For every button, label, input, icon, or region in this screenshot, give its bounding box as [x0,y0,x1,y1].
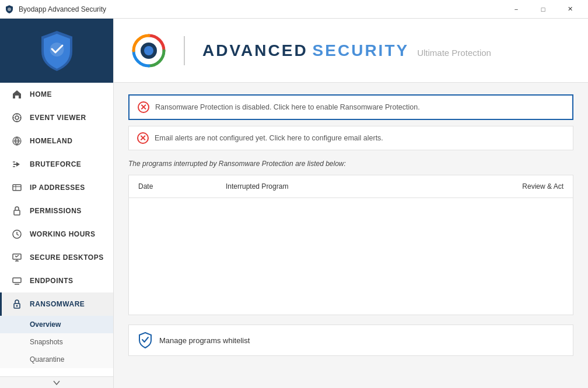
subnav-item-quarantine[interactable]: Quarantine [0,351,113,368]
sidebar-item-permissions-label: PERMISSIONS [30,207,82,215]
window-title: Byodapp Advanced Security [19,5,106,13]
subnav-overview-label: Overview [30,320,61,329]
sidebar-item-event-viewer-label: EVENT VIEWER [30,114,86,122]
close-button[interactable]: ✕ [556,0,583,19]
home-icon [11,89,23,100]
table-header: Date Interrupted Program Review & Act [129,175,573,198]
main-content: ADVANCED SECURITY Ultimate Protection ✕ … [114,19,588,388]
sidebar-item-ransomware-label: RANSOMWARE [30,300,85,308]
sidebar-item-bruteforce-label: BRUTEFORCE [30,160,81,168]
subnav-snapshots-label: Snapshots [30,338,63,346]
subnav: Overview Snapshots Quarantine [0,316,113,368]
col-action: Review & Act [497,180,573,193]
logo-subtitle: Ultimate Protection [417,48,491,58]
sidebar-item-event-viewer[interactable]: EVENT VIEWER [0,106,113,129]
titlebar: Byodapp Advanced Security − □ ✕ [0,0,588,19]
svg-point-2 [13,114,21,122]
sidebar-scroll-down[interactable] [0,376,113,388]
app-body: HOME EVENT VIEWER [0,19,588,388]
ransomware-icon [11,298,23,310]
bruteforce-icon [11,158,23,170]
working-hours-icon [11,228,23,240]
product-logo [131,33,166,68]
sidebar-item-working-hours[interactable]: WORKING HOURS [0,223,113,246]
sidebar-logo [38,29,76,73]
ransomware-alert-icon: ✕ [138,101,149,113]
logo-advanced: ADVANCED [202,41,308,60]
sidebar-item-endpoints[interactable]: ENDPOINTS [0,269,113,292]
ransomware-alert-text: Ransomware Protection is disabled. Click… [155,103,420,111]
sidebar-item-home-label: HOME [30,90,52,98]
whitelist-shield-icon [138,332,152,348]
email-alert-banner[interactable]: ✕ Email alerts are not configured yet. C… [128,126,573,150]
sidebar-item-ip-addresses-label: IP ADDRESSES [30,184,85,192]
minimize-button[interactable]: − [503,0,530,19]
sidebar-item-ransomware[interactable]: RANSOMWARE [0,292,113,316]
subnav-item-overview[interactable]: Overview [0,316,113,333]
subnav-item-snapshots[interactable]: Snapshots [0,333,113,351]
sidebar-item-homeland[interactable]: HOMELAND [0,129,113,153]
col-date: Date [129,180,216,193]
main-content-area: ✕ Ransomware Protection is disabled. Cli… [114,83,588,388]
endpoints-icon [11,275,23,287]
titlebar-left: Byodapp Advanced Security [5,5,106,14]
logo-divider [184,36,185,65]
sidebar-header [0,19,113,83]
email-alert-text: Email alerts are not configured yet. Cli… [155,134,383,142]
sidebar-item-bruteforce[interactable]: BRUTEFORCE [0,153,113,176]
email-alert-icon: ✕ [137,132,149,144]
ip-icon [11,182,23,193]
sidebar-item-endpoints-label: ENDPOINTS [30,277,74,285]
sidebar-item-working-hours-label: WORKING HOURS [30,230,96,238]
whitelist-label: Manage programs whitelist [159,336,250,345]
table-description: The programs interrupted by Ransomware P… [128,160,573,168]
col-program: Interrupted Program [216,180,497,193]
sidebar-nav: HOME EVENT VIEWER [0,83,113,376]
svg-point-0 [8,8,11,11]
svg-rect-20 [13,278,21,283]
logo-name-row: ADVANCED SECURITY Ultimate Protection [202,41,491,60]
main-header: ADVANCED SECURITY Ultimate Protection [114,19,588,83]
homeland-icon [11,135,23,147]
event-viewer-icon [11,112,23,124]
sidebar-item-homeland-label: HOMELAND [30,137,72,145]
subnav-quarantine-label: Quarantine [30,355,64,364]
sidebar-item-permissions[interactable]: PERMISSIONS [0,199,113,223]
svg-point-3 [15,116,19,119]
sidebar-item-ip-addresses[interactable]: IP ADDRESSES [0,176,113,199]
app-icon [5,5,14,14]
interrupted-programs-table: Date Interrupted Program Review & Act [128,175,573,315]
logo-security: SECURITY [313,41,410,60]
sidebar-item-secure-desktops-label: SECURE DESKTOPS [30,253,104,262]
svg-rect-12 [13,185,21,191]
titlebar-controls: − □ ✕ [503,0,583,19]
sidebar-item-home[interactable]: HOME [0,83,113,106]
ransomware-alert-banner[interactable]: ✕ Ransomware Protection is disabled. Cli… [128,94,573,120]
svg-point-23 [16,305,18,307]
manage-whitelist-bar[interactable]: Manage programs whitelist [128,324,573,356]
logo-text-block: ADVANCED SECURITY Ultimate Protection [202,41,491,60]
sidebar-item-secure-desktops[interactable]: SECURE DESKTOPS [0,246,113,269]
svg-rect-15 [14,210,20,215]
table-body [129,198,573,315]
secure-desktops-icon [11,252,23,263]
maximize-button[interactable]: □ [530,0,556,19]
sidebar: HOME EVENT VIEWER [0,19,114,388]
svg-point-26 [144,46,153,55]
permissions-icon [11,205,23,217]
